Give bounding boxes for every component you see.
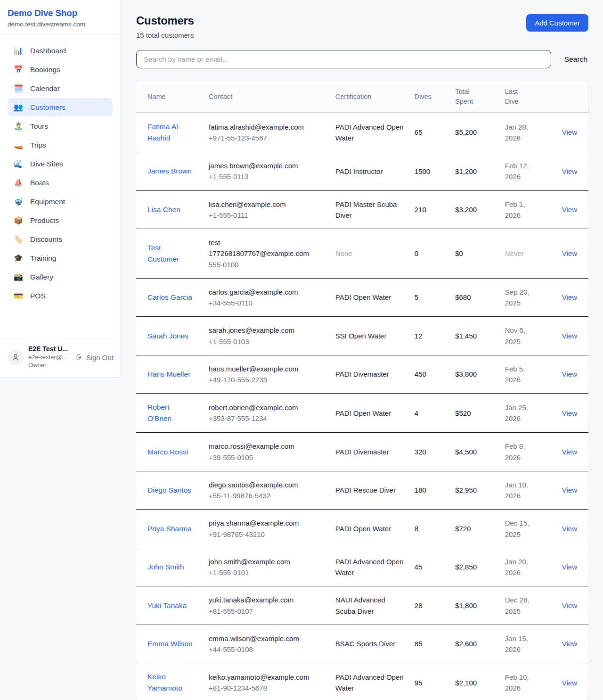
view-customer-link[interactable]: View [562,486,577,494]
customer-name-link[interactable]: Emma Wilson [147,638,193,650]
customer-email: diego.santos@example.com [209,479,311,490]
customer-phone: +91-98765-43210 [209,529,326,540]
customers-table-card: Name Contact Certification Dives Total S… [136,81,588,700]
sidebar-item-dive-sites[interactable]: 🌊Dive Sites [8,155,113,173]
sidebar-item-dashboard[interactable]: 📊Dashboard [8,41,113,60]
customer-total-spent: $5,200 [455,128,477,136]
customer-name-link[interactable]: Diego Santos [147,485,191,496]
customer-dives: 210 [415,206,426,214]
customer-certification: PADI Open Water [335,292,391,303]
view-customer-link[interactable]: View [562,332,577,340]
view-customer-link[interactable]: View [562,293,577,301]
customer-count: 15 total customers [136,31,194,39]
sidebar-item-gallery[interactable]: 📸Gallery [8,268,113,286]
table-row: John Smithjohn.smith@example.com+1-555-0… [136,548,588,586]
customer-name-link[interactable]: Sarah Jones [147,330,188,342]
customer-name-link[interactable]: Yuki Tanaka [147,600,187,611]
customer-email: test-1772681807767@example.com [209,237,311,259]
add-customer-button[interactable]: Add Customer [526,14,588,32]
customer-dives: 12 [415,332,423,340]
dive-sites-icon: 🌊 [14,159,23,168]
sidebar-item-bookings[interactable]: 📅Bookings [8,60,113,79]
customer-name-link[interactable]: Test Customer [147,242,193,265]
customer-name-link[interactable]: Carlos Garcia [147,292,192,303]
view-customer-link[interactable]: View [562,563,577,571]
view-customer-link[interactable]: View [562,167,577,175]
customer-name-link[interactable]: Keiko Yamamoto [147,671,193,694]
bookings-icon: 📅 [14,65,23,74]
table-row: Marco Rossimarco.rossi@example.com+39-55… [136,433,588,471]
view-customer-link[interactable]: View [562,525,577,533]
sidebar-item-boats[interactable]: ⛵Boats [8,173,113,192]
customer-total-spent: $1,200 [455,167,477,175]
customer-dives: 5 [415,293,418,301]
customer-name-link[interactable]: Lisa Chen [147,204,180,215]
sidebar-item-products[interactable]: 📦Products [8,211,113,230]
customer-phone: +49-170-555-2233 [209,374,326,385]
view-customer-link[interactable]: View [562,679,577,687]
customer-name-link[interactable]: Robert O'Brien [147,402,193,424]
tours-icon: 🏝️ [14,122,23,131]
customer-phone: +44-555-0108 [209,644,326,655]
customer-certification: SSI Open Water [335,330,387,341]
user-info: E2E Test U... e2e-tester@... Owner [28,345,68,370]
trips-icon: 🚤 [14,140,23,149]
customer-phone: +971-55-123-4567 [209,132,326,143]
table-row: Lisa Chenlisa.chen@example.com+1-555-011… [136,190,588,229]
sidebar-item-label: Dive Sites [30,160,63,168]
sidebar-item-label: Trips [30,141,46,149]
view-customer-link[interactable]: View [562,640,577,648]
view-customer-link[interactable]: View [562,370,577,378]
customer-certification: PADI Advanced Open Water [335,672,405,694]
sidebar-item-trips[interactable]: 🚤Trips [8,136,113,154]
customers-icon: 👥 [14,103,23,112]
customer-name-link[interactable]: Hans Mueller [147,369,190,380]
view-customer-link[interactable]: View [562,128,577,136]
sidebar-item-tours[interactable]: 🏝️Tours [8,117,113,135]
customer-certification: PADI Rescue Diver [335,485,396,495]
user-role: Owner [28,362,68,370]
customer-name-link[interactable]: Fatima Al-Rashid [147,121,193,144]
sidebar-item-customers[interactable]: 👥Customers [8,98,113,116]
customer-dives: 450 [415,370,426,378]
sidebar-item-training[interactable]: 🎓Training [8,249,113,267]
customer-email: robert.obrien@example.com [209,402,311,413]
search-input[interactable] [136,50,551,68]
sidebar-item-pos[interactable]: 💳POS [8,287,113,305]
col-header-last-dive: Last Dive [500,81,550,113]
customer-name-link[interactable]: Marco Rossi [147,446,188,458]
sidebar-nav: 📊Dashboard📅Bookings🗓️Calendar👥Customers🏝… [0,35,120,309]
customer-total-spent: $2,850 [455,563,477,571]
table-header-row: Name Contact Certification Dives Total S… [136,81,588,113]
sidebar-item-discounts[interactable]: 🏷️Discounts [8,230,113,248]
view-customer-link[interactable]: View [562,249,577,257]
customer-dives: 180 [415,486,426,494]
avatar [8,349,24,365]
customer-name-link[interactable]: John Smith [147,561,184,573]
table-row: Test Customertest-1772681807767@example.… [136,229,588,279]
search-button[interactable]: Search [563,53,588,66]
view-customer-link[interactable]: View [562,448,577,456]
sign-out-button[interactable]: Sign Out [75,354,114,362]
customer-dives: 1500 [415,167,430,175]
sidebar-item-calendar[interactable]: 🗓️Calendar [8,79,113,98]
customer-dives: 45 [415,563,423,571]
customer-dives: 95 [415,679,423,687]
view-customer-link[interactable]: View [562,409,577,417]
customer-total-spent: $0 [455,249,463,257]
table-row: Keiko Yamamotokeiko.yamamoto@example.com… [136,663,588,700]
col-header-total-spent: Total Spent [450,81,500,113]
sidebar-item-equipment[interactable]: 🤿Equipment [8,192,113,211]
customer-certification: NAUI Advanced Scuba Diver [335,594,405,617]
customer-name-link[interactable]: James Brown [147,165,192,177]
customer-phone: +55-11-99876-5432 [209,490,326,501]
col-header-certification: Certification [331,81,410,113]
customer-certification: PADI Advanced Open Water [335,122,405,144]
customer-email: james.brown@example.com [209,160,311,171]
view-customer-link[interactable]: View [562,206,577,214]
sidebar-item-label: Training [30,254,56,263]
customer-email: fatima.alrashid@example.com [209,122,311,132]
table-row: Sarah Jonessarah.jones@example.com+1-555… [136,317,588,355]
view-customer-link[interactable]: View [562,601,577,609]
customer-name-link[interactable]: Priya Sharma [147,523,192,535]
